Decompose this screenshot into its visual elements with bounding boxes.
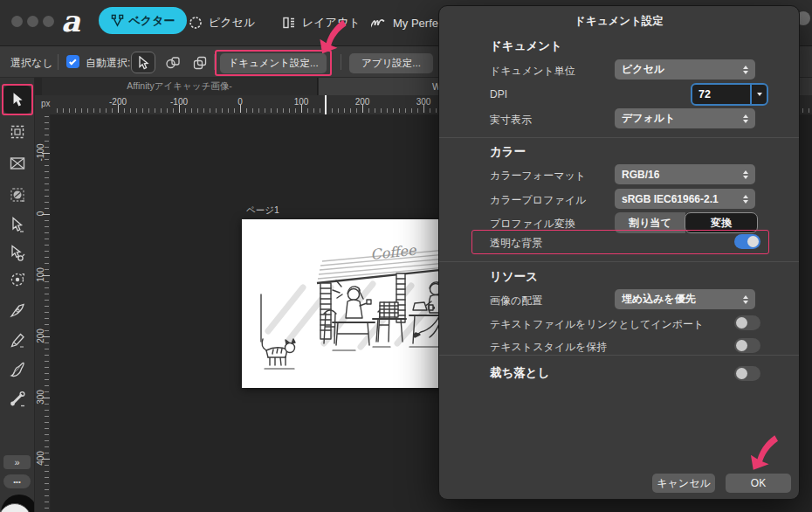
ruler-label: 400 [36,444,45,474]
toggle-knob [736,317,747,329]
bleed-toggle[interactable] [734,366,760,381]
vector-brush-tool-icon [8,360,27,379]
vector-persona-icon [111,14,124,27]
window-zoom-button[interactable] [43,16,54,27]
image-placement-label: 画像の配置 [490,294,542,308]
ruler-position-marker [325,95,327,114]
keep-text-styles-toggle[interactable] [734,338,760,353]
dpi-dropdown-button[interactable] [750,85,767,104]
document-settings-button[interactable]: ドキュメント設定... [220,53,327,73]
dialog-title: ドキュメント設定 [439,14,799,29]
select-shapes-mode-button[interactable] [161,52,185,73]
ruler-minor-ticks [45,116,49,512]
transparent-bg-label: 透明な背景 [490,236,542,251]
affinity-logo-icon: a [61,3,80,38]
section-heading-bleed: 裁ち落とし [490,365,549,381]
dpi-combobox[interactable]: 72 [691,83,768,106]
link-text-files-label: テキストファイルをリンクとしてインポート [490,317,704,332]
window-minimize-button[interactable] [27,16,38,27]
account-menu-label: My Perfe [393,17,438,30]
color-format-label: カラーフォーマット [490,169,586,183]
color-format-value: RGB/16 [622,169,743,181]
account-menu-button[interactable]: My Perfe [371,10,438,36]
cancel-button[interactable]: キャンセル [652,474,715,493]
persona-vector-button[interactable]: ベクター [99,7,187,34]
window-close-button[interactable] [11,16,23,27]
image-placement-value: 埋め込みを優先 [622,292,743,307]
expand-tools-button[interactable]: » [3,455,31,469]
section-separator [439,355,799,356]
move-tool-button[interactable] [3,86,31,114]
vector-brush-tool-button[interactable] [4,357,31,382]
link-text-files-toggle[interactable] [734,315,760,330]
ruler-label: 0 [223,97,258,107]
profile-convert-label: プロファイル変換 [490,217,575,232]
vector-crop-tool-button[interactable] [4,183,31,207]
ruler-label: 100 [36,260,45,290]
auto-select-checkbox[interactable] [66,55,79,68]
document-tab-inactive[interactable]: Affinityアイキャッチ画像- [42,78,318,95]
ruler-label: -100 [162,97,196,107]
point-transform-tool-button[interactable] [4,267,31,292]
color-profile-label: カラープロファイル [490,193,586,208]
artboard-tool-icon [8,122,27,142]
persona-pixel-label: ピクセル [209,15,255,31]
ruler-label: 200 [345,97,380,107]
keep-text-styles-label: テキストスタイルを保持 [490,340,608,355]
tools-sidebar: » ••• [0,78,35,512]
persona-pixel-button[interactable]: ピクセル [189,10,255,36]
contour-tool-button[interactable] [4,241,31,266]
cursor-mode-button[interactable] [131,52,155,73]
picture-frame-tool-icon [8,154,27,173]
ok-button[interactable]: OK [726,474,791,493]
section-heading-document: ドキュメント [490,38,562,54]
image-placement-select[interactable]: 埋め込みを優先 [615,289,755,309]
color-format-select[interactable]: RGB/16 [615,164,755,184]
tab-label: Affinityアイキャッチ画像- [127,80,231,93]
chevron-down-icon [757,93,762,96]
updown-chevron-icon [743,195,748,204]
ruler-label: 300 [36,383,45,412]
pen-tool-icon [8,301,27,320]
updown-chevron-icon [743,170,748,179]
pencil-tool-button[interactable] [4,329,31,353]
app-window: a ベクター ピクセル レイアウト [0,0,812,512]
actual-size-select[interactable]: デフォルト [615,108,755,128]
duplicate-icon [193,56,207,70]
layout-persona-icon [282,16,296,30]
pen-tool-button[interactable] [4,298,31,322]
artboard-tool-button[interactable] [4,120,31,144]
ruler-label: 300 [406,97,441,107]
unit-label: ドキュメント単位 [490,64,575,79]
vertical-ruler[interactable]: -100 0 100 200 300 400 [35,114,51,512]
ruler-label: 0 [36,199,45,229]
transparent-bg-toggle[interactable] [734,234,760,249]
point-transform-tool-icon [8,270,27,289]
artboard-page[interactable]: Coffee [242,219,457,388]
app-settings-button[interactable]: アプリ設定... [349,53,433,73]
coffee-shop-illustration: Coffee [242,219,457,388]
ruler-label: 200 [36,322,45,351]
annotation-arrow-ok [750,433,778,472]
section-heading-resources: リソース [490,269,538,285]
page-label: ページ1 [246,204,279,217]
svg-text:Coffee: Coffee [369,241,417,263]
select-duplicates-mode-button[interactable] [188,52,212,73]
node-tool-button[interactable] [4,213,31,238]
ruler-unit-label: px [41,99,51,108]
annotation-arrow-doc-settings [316,18,349,55]
assign-profile-button[interactable]: 割り当て [615,212,685,233]
color-profile-select[interactable]: sRGB IEC61966-2.1 [615,189,755,209]
gradient-tool-button[interactable] [4,387,31,412]
ruler-label: 100 [284,97,319,107]
pixel-persona-icon [189,16,203,30]
persona-vector-label: ベクター [129,13,175,29]
move-tool-icon [10,92,24,107]
picture-frame-tool-button[interactable] [4,151,31,176]
actual-size-value: デフォルト [622,111,743,126]
more-tools-button[interactable]: ••• [3,474,31,488]
unit-select[interactable]: ピクセル [615,59,755,80]
dpi-input[interactable]: 72 [692,85,750,104]
node-tool-icon [8,216,27,235]
convert-profile-button[interactable]: 変換 [685,212,758,233]
